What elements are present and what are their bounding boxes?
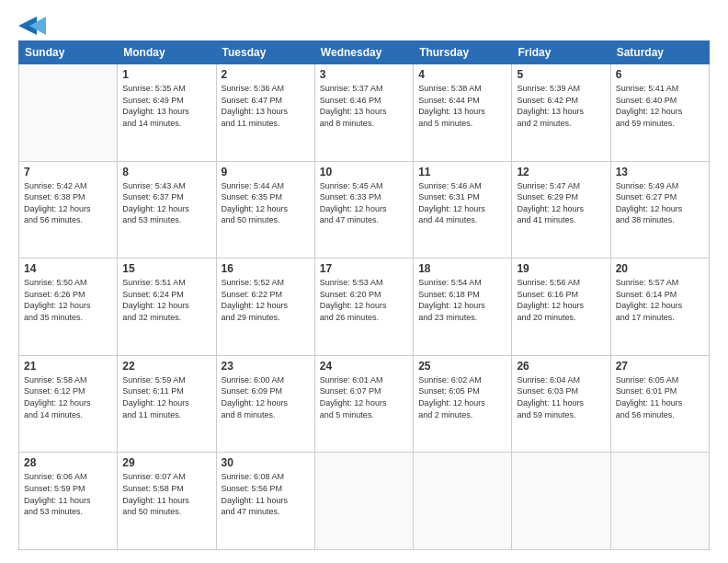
day-info: Sunrise: 5:37 AM Sunset: 6:46 PM Dayligh… [320,83,408,129]
day-number: 1 [122,68,210,81]
day-number: 3 [320,68,408,81]
day-info: Sunrise: 5:50 AM Sunset: 6:26 PM Dayligh… [24,277,112,323]
calendar-cell: 1Sunrise: 5:35 AM Sunset: 6:49 PM Daylig… [118,64,216,162]
day-number: 26 [517,360,605,373]
day-number: 6 [616,68,704,81]
calendar-cell: 28Sunrise: 6:06 AM Sunset: 5:59 PM Dayli… [19,453,118,550]
calendar-week-2: 14Sunrise: 5:50 AM Sunset: 6:26 PM Dayli… [19,259,710,356]
day-number: 29 [122,456,210,469]
day-info: Sunrise: 6:00 AM Sunset: 6:09 PM Dayligh… [222,374,310,420]
day-number: 22 [122,360,210,373]
calendar-cell: 24Sunrise: 6:01 AM Sunset: 6:07 PM Dayli… [314,355,413,453]
calendar-cell: 12Sunrise: 5:47 AM Sunset: 6:29 PM Dayli… [512,161,610,259]
calendar-cell: 13Sunrise: 5:49 AM Sunset: 6:27 PM Dayli… [610,161,709,259]
calendar-cell: 26Sunrise: 6:04 AM Sunset: 6:03 PM Dayli… [512,355,610,453]
calendar-week-0: 1Sunrise: 5:35 AM Sunset: 6:49 PM Daylig… [19,64,710,162]
day-number: 24 [320,360,408,373]
day-number: 4 [418,68,506,81]
day-info: Sunrise: 5:47 AM Sunset: 6:29 PM Dayligh… [517,180,605,226]
calendar-header-thursday: Thursday [414,41,512,64]
page: SundayMondayTuesdayWednesdayThursdayFrid… [0,0,728,563]
day-number: 16 [222,262,310,275]
calendar-cell: 6Sunrise: 5:41 AM Sunset: 6:40 PM Daylig… [610,64,709,162]
day-number: 28 [24,456,112,469]
day-number: 25 [418,360,506,373]
day-info: Sunrise: 5:41 AM Sunset: 6:40 PM Dayligh… [616,83,704,129]
day-number: 21 [24,360,112,373]
calendar-header-monday: Monday [118,41,216,64]
day-number: 30 [222,456,310,469]
calendar-header-tuesday: Tuesday [216,41,314,64]
day-number: 2 [222,68,310,81]
day-info: Sunrise: 5:57 AM Sunset: 6:14 PM Dayligh… [616,277,704,323]
day-info: Sunrise: 5:52 AM Sunset: 6:22 PM Dayligh… [222,277,310,323]
calendar-cell: 27Sunrise: 6:05 AM Sunset: 6:01 PM Dayli… [610,355,709,453]
calendar-header-saturday: Saturday [610,41,709,64]
calendar-cell: 10Sunrise: 5:45 AM Sunset: 6:33 PM Dayli… [314,161,413,259]
day-info: Sunrise: 5:36 AM Sunset: 6:47 PM Dayligh… [222,83,310,129]
calendar-cell [414,453,512,550]
calendar-cell: 21Sunrise: 5:58 AM Sunset: 6:12 PM Dayli… [19,355,118,453]
day-number: 5 [517,68,605,81]
day-info: Sunrise: 5:54 AM Sunset: 6:18 PM Dayligh… [418,277,506,323]
day-info: Sunrise: 6:05 AM Sunset: 6:01 PM Dayligh… [616,374,704,420]
day-number: 13 [616,166,704,178]
day-number: 23 [222,360,310,373]
day-number: 20 [616,262,704,275]
calendar-cell [512,453,610,550]
day-number: 9 [222,166,310,178]
day-info: Sunrise: 5:38 AM Sunset: 6:44 PM Dayligh… [418,83,506,129]
day-info: Sunrise: 5:35 AM Sunset: 6:49 PM Dayligh… [122,83,210,129]
day-info: Sunrise: 6:02 AM Sunset: 6:05 PM Dayligh… [418,374,506,420]
calendar-header-sunday: Sunday [19,41,118,64]
day-info: Sunrise: 6:07 AM Sunset: 5:58 PM Dayligh… [122,471,210,517]
calendar-cell: 19Sunrise: 5:56 AM Sunset: 6:16 PM Dayli… [512,259,610,356]
calendar-cell: 7Sunrise: 5:42 AM Sunset: 6:38 PM Daylig… [19,161,118,259]
day-info: Sunrise: 6:01 AM Sunset: 6:07 PM Dayligh… [320,374,408,420]
calendar-cell: 11Sunrise: 5:46 AM Sunset: 6:31 PM Dayli… [414,161,512,259]
calendar-cell [610,453,709,550]
day-number: 18 [418,262,506,275]
calendar-cell: 15Sunrise: 5:51 AM Sunset: 6:24 PM Dayli… [118,259,216,356]
calendar-cell: 8Sunrise: 5:43 AM Sunset: 6:37 PM Daylig… [118,161,216,259]
calendar-week-4: 28Sunrise: 6:06 AM Sunset: 5:59 PM Dayli… [19,453,710,550]
calendar-cell: 5Sunrise: 5:39 AM Sunset: 6:42 PM Daylig… [512,64,610,162]
calendar-cell [314,453,413,550]
day-info: Sunrise: 5:59 AM Sunset: 6:11 PM Dayligh… [122,374,210,420]
day-info: Sunrise: 5:49 AM Sunset: 6:27 PM Dayligh… [616,180,704,226]
calendar-cell: 25Sunrise: 6:02 AM Sunset: 6:05 PM Dayli… [414,355,512,453]
day-info: Sunrise: 5:42 AM Sunset: 6:38 PM Dayligh… [24,180,112,226]
calendar-header-row: SundayMondayTuesdayWednesdayThursdayFrid… [19,41,710,64]
calendar-cell: 3Sunrise: 5:37 AM Sunset: 6:46 PM Daylig… [314,64,413,162]
calendar-table: SundayMondayTuesdayWednesdayThursdayFrid… [18,40,710,550]
calendar-cell: 30Sunrise: 6:08 AM Sunset: 5:56 PM Dayli… [216,453,314,550]
calendar-header-wednesday: Wednesday [314,41,413,64]
calendar-cell: 9Sunrise: 5:44 AM Sunset: 6:35 PM Daylig… [216,161,314,259]
day-info: Sunrise: 6:04 AM Sunset: 6:03 PM Dayligh… [517,374,605,420]
day-number: 8 [122,166,210,178]
day-info: Sunrise: 5:45 AM Sunset: 6:33 PM Dayligh… [320,180,408,226]
header [18,17,710,31]
day-info: Sunrise: 6:06 AM Sunset: 5:59 PM Dayligh… [24,471,112,517]
day-info: Sunrise: 5:53 AM Sunset: 6:20 PM Dayligh… [320,277,408,323]
calendar-cell [19,64,118,162]
day-number: 12 [517,166,605,178]
day-info: Sunrise: 5:44 AM Sunset: 6:35 PM Dayligh… [222,180,310,226]
day-number: 15 [122,262,210,275]
day-number: 19 [517,262,605,275]
calendar-cell: 14Sunrise: 5:50 AM Sunset: 6:26 PM Dayli… [19,259,118,356]
calendar-cell: 4Sunrise: 5:38 AM Sunset: 6:44 PM Daylig… [414,64,512,162]
calendar-week-1: 7Sunrise: 5:42 AM Sunset: 6:38 PM Daylig… [19,161,710,259]
calendar-cell: 2Sunrise: 5:36 AM Sunset: 6:47 PM Daylig… [216,64,314,162]
day-number: 27 [616,360,704,373]
day-info: Sunrise: 5:39 AM Sunset: 6:42 PM Dayligh… [517,83,605,129]
calendar-cell: 16Sunrise: 5:52 AM Sunset: 6:22 PM Dayli… [216,259,314,356]
day-number: 10 [320,166,408,178]
day-info: Sunrise: 5:43 AM Sunset: 6:37 PM Dayligh… [122,180,210,226]
day-number: 7 [24,166,112,178]
day-number: 17 [320,262,408,275]
day-info: Sunrise: 6:08 AM Sunset: 5:56 PM Dayligh… [222,471,310,517]
calendar-week-3: 21Sunrise: 5:58 AM Sunset: 6:12 PM Dayli… [19,355,710,453]
day-info: Sunrise: 5:58 AM Sunset: 6:12 PM Dayligh… [24,374,112,420]
calendar-cell: 20Sunrise: 5:57 AM Sunset: 6:14 PM Dayli… [610,259,709,356]
